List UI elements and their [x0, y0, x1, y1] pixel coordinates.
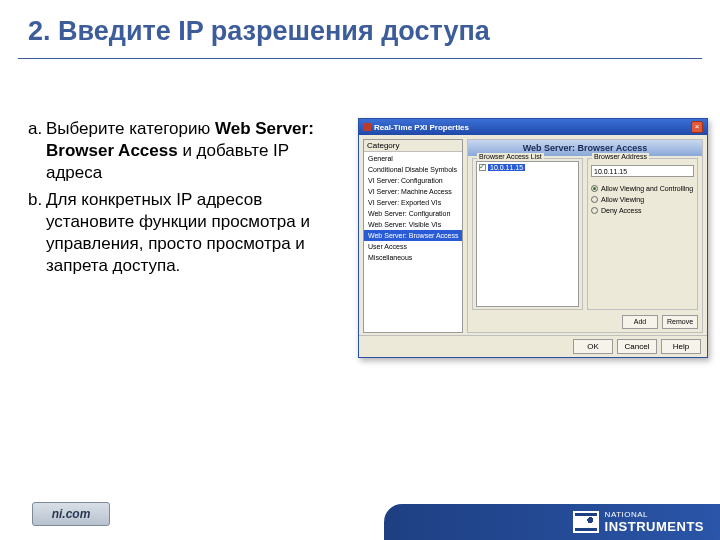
group-label: Browser Access List: [477, 153, 544, 160]
category-item[interactable]: Web Server: Browser Access: [364, 230, 462, 241]
ni-logo: NATIONAL INSTRUMENTS: [573, 510, 704, 534]
category-item[interactable]: General: [364, 153, 462, 164]
browser-access-list-group: Browser Access List 10.0.11.15: [472, 158, 583, 310]
panel: Web Server: Browser Access Browser Acces…: [467, 139, 703, 333]
access-ip: 10.0.11.15: [488, 164, 525, 171]
slide-title: 2. Введите IP разрешения доступа: [28, 16, 490, 47]
brand-main: INSTRUMENTS: [605, 519, 704, 534]
panel-buttons: Add Remove: [472, 315, 698, 329]
dialog-body: Category GeneralConditional Disable Symb…: [359, 135, 707, 357]
dialog-title: Real-Time PXI Properties: [374, 123, 691, 132]
properties-dialog: Real-Time PXI Properties × Category Gene…: [358, 118, 708, 358]
list-item: b. Для конкретных IP адресов установите …: [28, 189, 348, 276]
list-item: a. Выберите категорию Web Server: Browse…: [28, 118, 348, 183]
body-list: a. Выберите категорию Web Server: Browse…: [28, 118, 348, 282]
ni-badge: ni.com: [32, 502, 110, 526]
category-list: GeneralConditional Disable SymbolsVI Ser…: [364, 152, 462, 264]
radio-icon: [591, 196, 598, 203]
list-marker: b.: [28, 189, 46, 276]
category-item[interactable]: User Access: [364, 241, 462, 252]
check-icon: [479, 164, 486, 171]
category-sidebar: Category GeneralConditional Disable Symb…: [363, 139, 463, 333]
radio-option[interactable]: Allow Viewing: [591, 194, 694, 205]
category-item[interactable]: VI Server: Machine Access: [364, 186, 462, 197]
add-button[interactable]: Add: [622, 315, 658, 329]
category-item[interactable]: Web Server: Visible VIs: [364, 219, 462, 230]
category-item[interactable]: Conditional Disable Symbols: [364, 164, 462, 175]
category-item[interactable]: VI Server: Exported VIs: [364, 197, 462, 208]
browser-address-group: Browser Address 10.0.11.15 Allow Viewing…: [587, 158, 698, 310]
group-label: Browser Address: [592, 153, 649, 160]
close-icon[interactable]: ×: [691, 121, 703, 133]
slide: 2. Введите IP разрешения доступа a. Выбе…: [0, 0, 720, 540]
address-input[interactable]: 10.0.11.15: [591, 165, 694, 177]
ok-button[interactable]: OK: [573, 339, 613, 354]
radio-option[interactable]: Allow Viewing and Controlling: [591, 183, 694, 194]
radio-option[interactable]: Deny Access: [591, 205, 694, 216]
ni-logo-text: NATIONAL INSTRUMENTS: [605, 510, 704, 534]
slide-footer: ni.com NATIONAL INSTRUMENTS: [0, 496, 720, 540]
brand-top: NATIONAL: [605, 510, 704, 519]
app-icon: [363, 123, 371, 131]
access-list[interactable]: 10.0.11.15: [476, 161, 579, 307]
title-divider: [18, 58, 702, 59]
list-text: Для конкретных IP адресов установите фун…: [46, 189, 348, 276]
radio-label: Deny Access: [601, 207, 641, 214]
ni-mark-icon: [573, 511, 599, 533]
radio-icon: [591, 207, 598, 214]
remove-button[interactable]: Remove: [662, 315, 698, 329]
list-text: Выберите категорию Web Server: Browser A…: [46, 118, 348, 183]
cancel-button[interactable]: Cancel: [617, 339, 657, 354]
category-item[interactable]: Web Server: Configuration: [364, 208, 462, 219]
dialog-footer: OK Cancel Help: [359, 335, 707, 357]
category-item[interactable]: VI Server: Configuration: [364, 175, 462, 186]
access-list-item[interactable]: 10.0.11.15: [477, 162, 578, 172]
list-marker: a.: [28, 118, 46, 183]
radio-label: Allow Viewing: [601, 196, 644, 203]
radio-icon: [591, 185, 598, 192]
radio-label: Allow Viewing and Controlling: [601, 185, 693, 192]
access-radios: Allow Viewing and ControllingAllow Viewi…: [591, 183, 694, 216]
sidebar-header: Category: [364, 140, 462, 152]
category-item[interactable]: Miscellaneous: [364, 252, 462, 263]
dialog-titlebar: Real-Time PXI Properties ×: [359, 119, 707, 135]
help-button[interactable]: Help: [661, 339, 701, 354]
panel-body: Browser Access List 10.0.11.15 Browser A…: [472, 158, 698, 310]
